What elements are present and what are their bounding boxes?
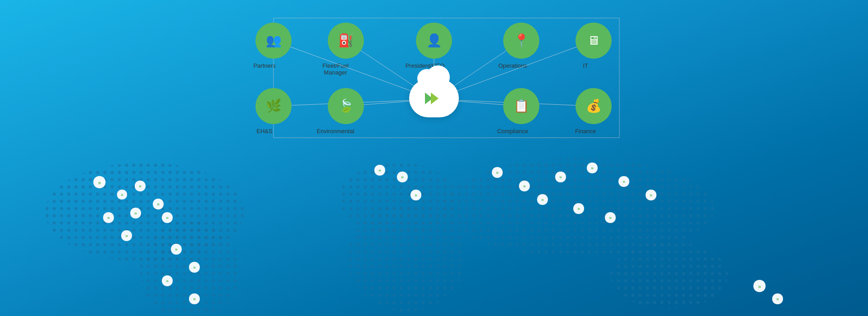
svg-text:»: »: [523, 183, 526, 189]
role-ceo: 👤: [416, 23, 452, 59]
svg-text:»: »: [776, 296, 779, 302]
role-env: 🍃: [328, 88, 364, 124]
svg-text:»: »: [401, 174, 404, 180]
svg-text:»: »: [166, 215, 169, 220]
role-compliance: 📋: [503, 88, 539, 124]
role-fleet: ⛽: [328, 23, 364, 59]
svg-text:»: »: [107, 215, 110, 220]
svg-text:»: »: [157, 201, 160, 207]
map-svg: » » » » » » » »: [0, 140, 868, 316]
svg-text:»: »: [134, 210, 137, 216]
diagram-area: 👥 Partners ⛽ Fleet/FuelManager 👤 Preside…: [208, 9, 660, 153]
svg-text:»: »: [591, 165, 594, 171]
cloud-shape: [409, 79, 459, 117]
role-ops: 📍: [503, 23, 539, 59]
svg-text:»: »: [139, 183, 142, 189]
env-icon: 🍃: [338, 100, 354, 112]
svg-text:»: »: [98, 180, 101, 186]
svg-point-6: [610, 242, 728, 309]
fleet-icon: ⛽: [338, 34, 354, 47]
it-icon: 🖥: [587, 34, 600, 47]
svg-text:»: »: [623, 179, 625, 184]
role-finance: 💰: [576, 88, 612, 124]
svg-text:»: »: [577, 206, 580, 211]
role-it: 🖥: [576, 23, 612, 59]
ceo-icon: 👤: [426, 34, 442, 47]
cloud-center: [409, 79, 459, 117]
svg-text:»: »: [175, 246, 178, 252]
ops-icon: 📍: [514, 34, 529, 47]
compliance-icon: 📋: [514, 100, 529, 112]
svg-text:»: »: [193, 296, 196, 302]
svg-text:»: »: [193, 265, 196, 270]
partners-icon: 👥: [266, 34, 282, 47]
svg-text:»: »: [166, 278, 169, 283]
svg-text:»: »: [650, 192, 652, 198]
role-partners: 👥: [255, 23, 292, 59]
svg-text:»: »: [378, 167, 381, 173]
svg-text:»: »: [609, 215, 612, 220]
ehs-icon: 🌿: [266, 100, 282, 112]
svg-text:»: »: [121, 192, 123, 197]
svg-text:»: »: [415, 192, 417, 198]
svg-text:»: »: [125, 233, 128, 238]
svg-text:»: »: [541, 197, 544, 202]
world-map: » » » » » » » »: [0, 140, 868, 316]
svg-marker-44: [431, 93, 439, 104]
svg-text:»: »: [559, 174, 562, 180]
finance-icon: 💰: [586, 100, 602, 112]
brand-logo: [423, 90, 445, 106]
svg-text:»: »: [496, 170, 499, 175]
map-pin: »: [772, 293, 783, 308]
role-ehs: 🌿: [255, 88, 292, 124]
map-pin: »: [754, 280, 766, 296]
svg-text:»: »: [758, 283, 761, 290]
